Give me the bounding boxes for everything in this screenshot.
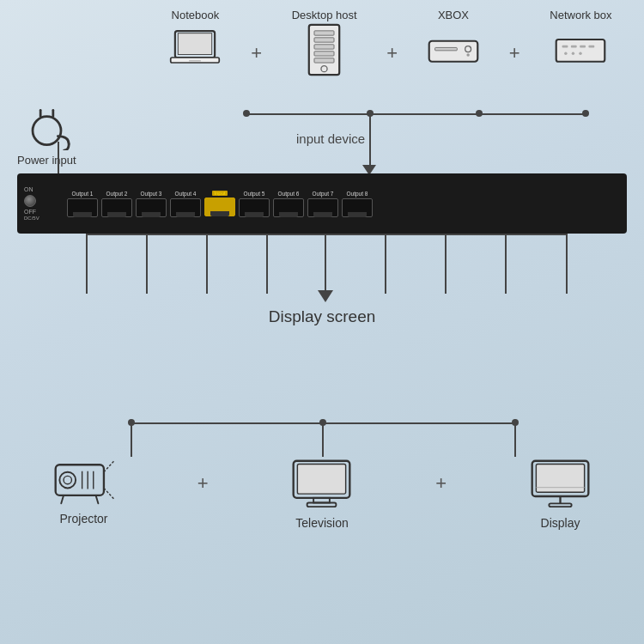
xbox-device: XBOX	[428, 9, 479, 71]
off-label: OFF	[24, 209, 36, 216]
port-output1: Output 1	[67, 191, 98, 217]
hdmi-port-output8[interactable]	[342, 198, 373, 217]
port-output5-label: Output 5	[244, 191, 265, 197]
port-output2: Output 2	[101, 191, 132, 217]
vert-out-8	[505, 234, 507, 294]
vert-out-3	[206, 234, 208, 294]
dot-right	[582, 110, 589, 117]
hdmi-splitter: ON OFF DC/5V Output 1 Output 2 Output 3 …	[17, 173, 627, 234]
vert-out-1	[86, 234, 88, 294]
hdmi-port-output6[interactable]	[273, 198, 304, 217]
port-output4-label: Output 4	[175, 191, 197, 197]
svg-rect-37	[307, 502, 337, 507]
vert-out-2	[146, 234, 148, 294]
display-screen-label: Display screen	[0, 307, 644, 326]
notebook-label: Notebook	[172, 9, 220, 21]
vert-out-5	[325, 234, 326, 294]
dc-label: DC/5V	[24, 216, 39, 221]
svg-rect-26	[56, 465, 104, 495]
on-label: ON	[24, 186, 33, 193]
svg-rect-35	[298, 464, 346, 494]
projector-device: Projector	[52, 455, 116, 526]
svg-rect-18	[580, 46, 586, 48]
vert-to-television	[322, 422, 324, 457]
svg-rect-1	[179, 33, 212, 55]
hdmi-port-output4[interactable]	[170, 198, 201, 217]
svg-rect-5	[314, 31, 334, 35]
port-output1-label: Output 1	[72, 191, 94, 197]
port-output8: Output 8	[342, 191, 373, 217]
xbox-icon	[428, 28, 479, 71]
xbox-label: XBOX	[438, 9, 469, 21]
svg-rect-9	[314, 58, 334, 63]
dot-mid2	[476, 110, 483, 117]
svg-rect-3	[190, 60, 202, 61]
hdmi-port-output1[interactable]	[67, 198, 98, 217]
port-output6-label: Output 6	[278, 191, 300, 197]
notebook-icon	[169, 28, 221, 71]
power-knob[interactable]	[24, 195, 36, 207]
input-devices-row: Notebook + Desktop host	[155, 9, 627, 71]
svg-point-22	[580, 52, 582, 55]
display-device: Display	[528, 455, 592, 530]
svg-point-28	[64, 476, 71, 483]
projector-icon	[52, 455, 116, 507]
network-box-label: Network box	[550, 9, 611, 21]
svg-point-23	[33, 117, 61, 145]
port-output3: Output 3	[136, 191, 167, 217]
port-output8-label: Output 8	[347, 191, 368, 197]
vert-to-display	[514, 422, 516, 457]
svg-rect-42	[549, 503, 571, 507]
svg-rect-7	[314, 45, 334, 49]
svg-rect-2	[171, 58, 220, 63]
arrow-down-display	[318, 290, 333, 302]
hdmi-port-input[interactable]	[204, 197, 235, 216]
power-input-label: Power input	[17, 154, 76, 167]
network-box-icon	[555, 28, 606, 71]
hdmi-port-output3[interactable]	[136, 198, 167, 217]
hdmi-port-output7[interactable]	[307, 198, 338, 217]
port-output2-label: Output 2	[106, 191, 128, 197]
television-label: Television	[295, 516, 348, 530]
plus-2: +	[386, 42, 398, 64]
port-input-label: Input	[212, 191, 227, 196]
svg-rect-15	[556, 39, 605, 62]
device-left-panel: ON OFF DC/5V	[24, 186, 60, 222]
desktop-device: Desktop host	[292, 9, 357, 71]
output-horiz-line	[86, 234, 567, 235]
power-icon	[23, 103, 70, 150]
notebook-device: Notebook	[169, 9, 221, 71]
hdmi-port-output2[interactable]	[101, 198, 132, 217]
svg-rect-8	[314, 52, 334, 56]
port-output6: Output 6	[273, 191, 304, 217]
output-devices-row: Projector + Television +	[52, 455, 592, 530]
svg-line-33	[96, 495, 99, 503]
svg-rect-6	[314, 38, 334, 42]
svg-line-32	[61, 495, 64, 503]
port-output7: Output 7	[307, 191, 338, 217]
port-output5: Output 5	[239, 191, 270, 217]
svg-rect-17	[571, 46, 577, 48]
vert-out-6	[385, 234, 386, 294]
plus-out-2: +	[435, 472, 447, 495]
vert-to-projector	[131, 422, 132, 457]
hdmi-port-output5[interactable]	[239, 198, 270, 217]
svg-rect-12	[435, 47, 458, 50]
svg-point-14	[466, 53, 469, 56]
desktop-label: Desktop host	[292, 9, 357, 21]
display-icon	[528, 455, 592, 511]
svg-point-20	[565, 52, 568, 55]
display-label: Display	[541, 516, 580, 530]
network-box-device: Network box	[550, 9, 611, 71]
plus-out-1: +	[197, 472, 209, 495]
svg-point-27	[59, 472, 76, 489]
desktop-icon	[299, 28, 350, 71]
vert-out-9	[566, 234, 568, 294]
svg-point-21	[572, 52, 574, 55]
input-device-label: input device	[296, 131, 365, 146]
power-input-section: Power input	[17, 103, 76, 167]
television-icon	[289, 455, 354, 511]
port-input: Input	[204, 191, 235, 216]
svg-rect-39	[536, 464, 584, 492]
port-output3-label: Output 3	[141, 191, 162, 197]
